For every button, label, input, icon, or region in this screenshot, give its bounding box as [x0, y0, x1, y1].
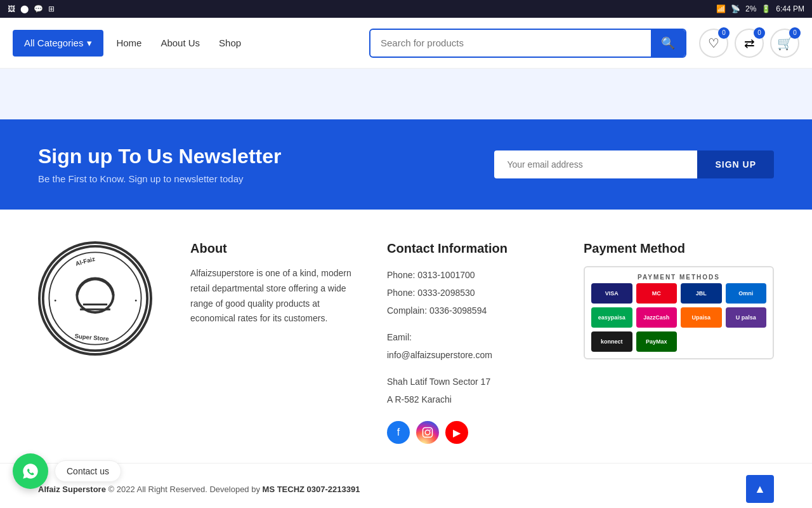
svg-point-11	[429, 429, 431, 431]
scroll-top-button[interactable]: ▲	[746, 475, 774, 503]
footer-main: Al-Faiz Super Store ● ● About Alfaizsupe…	[0, 210, 812, 463]
signup-button[interactable]: SIGN UP	[697, 150, 774, 178]
cart-badge: 0	[789, 27, 801, 39]
footer-payment-section: Payment Method PAYMENT METHODS VISA MC J…	[584, 241, 774, 444]
search-icon: 🔍	[661, 37, 675, 50]
upaisa-badge: Upaisa	[681, 307, 722, 328]
payment-methods-grid: VISA MC JBL Omni easypaisa JazzCash Upai…	[591, 283, 766, 352]
contact-float: Contact us	[13, 453, 121, 489]
footer-logo: Al-Faiz Super Store ● ●	[38, 241, 165, 444]
all-categories-label: All Categories	[24, 37, 83, 48]
payment-heading: Payment Method	[584, 241, 774, 256]
svg-point-10	[425, 430, 430, 435]
svg-text:●: ●	[134, 298, 137, 302]
status-bar: 🖼 ⬤ 💬 ⊞ 📶 📡 2% 🔋 6:44 PM	[0, 0, 812, 18]
upalsa-badge: U palsa	[726, 307, 767, 328]
paymax-badge: PayMax	[636, 331, 678, 352]
all-categories-button[interactable]: All Categories ▾	[13, 30, 103, 57]
address-line1: Shah Latif Town Sector 17	[387, 377, 490, 387]
youtube-link[interactable]: ▶	[445, 421, 468, 444]
search-bar: 🔍	[369, 29, 686, 58]
svg-rect-9	[423, 428, 433, 438]
compare-icon: ⇄	[744, 36, 755, 51]
facebook-link[interactable]: f	[387, 421, 410, 444]
omni-badge: Omni	[726, 283, 767, 304]
footer-contact-section: Contact Information Phone: 0313-1001700 …	[387, 241, 558, 444]
clock: 6:44 PM	[776, 4, 804, 13]
whatsapp-button[interactable]	[13, 453, 48, 489]
compare-badge: 0	[754, 27, 765, 39]
search-input[interactable]	[370, 31, 651, 55]
email-label: Eamil:	[387, 332, 412, 342]
easypaisa-badge: easypaisa	[591, 307, 632, 328]
copyright-text: © 2022 All Right Reserved. Developed by	[108, 485, 260, 494]
battery-icon: 🔋	[761, 4, 771, 13]
contact-label: Contact us	[55, 460, 121, 482]
wifi-icon: 📶	[716, 4, 726, 13]
main-nav: Home About Us Shop	[116, 37, 241, 48]
newsletter-subtitle: Be the First to Know. Sign up to newslet…	[38, 173, 281, 184]
nav-home[interactable]: Home	[116, 37, 141, 48]
newsletter-form: SIGN UP	[494, 150, 774, 178]
jbl-badge: JBL	[681, 283, 722, 304]
address-line2: A R-582 Karachi	[387, 394, 452, 404]
payment-methods-label: PAYMENT METHODS	[591, 274, 766, 281]
nav-shop[interactable]: Shop	[219, 37, 241, 48]
status-info-right: 📶 📡 2% 🔋 6:44 PM	[716, 4, 804, 13]
newsletter-section: Sign up To Us Newsletter Be the First to…	[0, 119, 812, 210]
newsletter-text: Sign up To Us Newsletter Be the First to…	[38, 145, 281, 184]
contact-phone1: Phone: 0313-1001700	[387, 266, 558, 284]
instagram-link[interactable]	[416, 421, 439, 444]
mastercard-badge: MC	[636, 283, 678, 304]
compare-button[interactable]: ⇄ 0	[735, 29, 764, 58]
store-logo-svg: Al-Faiz Super Store ● ●	[41, 241, 150, 356]
battery-level: 2%	[745, 4, 756, 13]
wishlist-button[interactable]: ♡ 0	[699, 29, 728, 58]
cart-icon: 🛒	[777, 36, 793, 51]
contact-complain: Complain: 0336-3098594	[387, 302, 558, 319]
signal-icon: 📡	[731, 4, 740, 13]
header: All Categories ▾ Home About Us Shop 🔍 ♡ …	[0, 18, 812, 69]
cart-button[interactable]: 🛒 0	[770, 29, 799, 58]
header-action-icons: ♡ 0 ⇄ 0 🛒 0	[699, 29, 799, 58]
photo-icon: 🖼	[8, 4, 15, 13]
visa-badge: VISA	[591, 283, 632, 304]
about-heading: About	[190, 241, 362, 256]
footer-bottom: Alfaiz Superstore © 2022 All Right Reser…	[0, 463, 812, 508]
social-links: f ▶	[387, 421, 558, 444]
wishlist-badge: 0	[718, 27, 730, 39]
svg-text:●: ●	[54, 298, 56, 302]
developer-name: MS TECHZ 0307-2213391	[263, 485, 360, 494]
konnect-badge: konnect	[591, 331, 632, 352]
email-input[interactable]	[494, 150, 697, 178]
jazzcash-badge: JazzCash	[636, 307, 678, 328]
qr-icon: ⊞	[48, 4, 55, 13]
chevron-up-icon: ▲	[754, 483, 766, 496]
newsletter-title: Sign up To Us Newsletter	[38, 145, 281, 168]
heart-icon: ♡	[708, 36, 719, 51]
banner-area	[0, 69, 812, 119]
contact-phone2: Phone: 0333-2098530	[387, 284, 558, 302]
logo-circle: Al-Faiz Super Store ● ●	[38, 241, 152, 356]
nav-about[interactable]: About Us	[160, 37, 200, 48]
contact-heading: Contact Information	[387, 241, 558, 256]
footer-about-section: About Alfaizsuperstore is one of a kind,…	[190, 241, 362, 444]
search-button[interactable]: 🔍	[651, 30, 685, 57]
contact-email: info@alfaizsuperstore.com	[387, 350, 492, 360]
circle-icon: ⬤	[20, 4, 29, 13]
status-icons-left: 🖼 ⬤ 💬 ⊞	[8, 4, 55, 13]
chat-icon: 💬	[34, 4, 43, 13]
chevron-down-icon: ▾	[87, 37, 92, 49]
about-text: Alfaizsuperstore is one of a kind, moder…	[190, 266, 362, 326]
payment-methods-box: PAYMENT METHODS VISA MC JBL Omni easypai…	[584, 266, 774, 359]
